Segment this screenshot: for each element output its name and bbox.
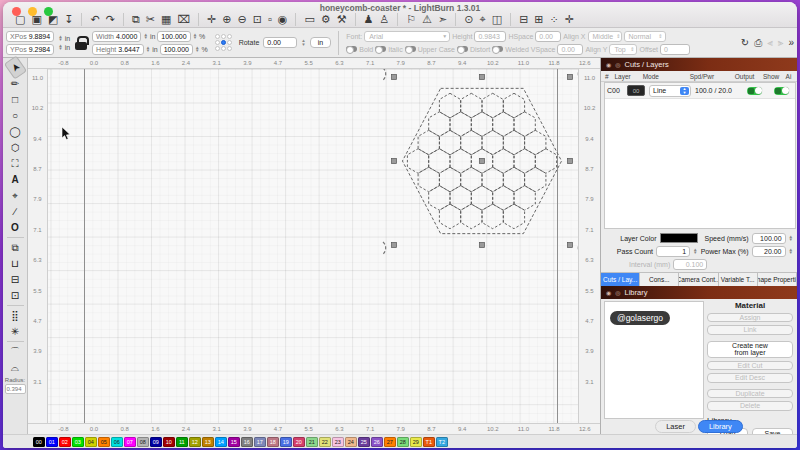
print-icon[interactable]: ⎙ <box>754 37 762 49</box>
tab-laser[interactable]: Laser <box>655 420 696 433</box>
upper-case-toggle[interactable]: Upper Case <box>405 46 455 53</box>
ellipse-tool[interactable]: ○ <box>6 108 25 123</box>
panel-close-icon[interactable]: ◉ <box>606 289 611 296</box>
width-field[interactable]: Width 4.0000 <box>92 31 141 42</box>
palette-swatch-29[interactable]: 29 <box>410 437 422 447</box>
layer-row[interactable]: C00 00 Line ▲▼ 100.0 / 20.0 <box>605 83 795 99</box>
camera-capture-icon[interactable]: ◉ <box>276 12 290 26</box>
library-titlebar[interactable]: ◉ ◎ Library <box>601 286 797 299</box>
palette-swatch-19[interactable]: 19 <box>280 437 292 447</box>
boolean-intersect-tool[interactable]: ⊡ <box>6 288 25 303</box>
font-style-select[interactable]: Normal⇕ <box>624 31 666 42</box>
palette-swatch-27[interactable]: 27 <box>384 437 396 447</box>
bold-toggle[interactable]: Bold <box>346 46 373 53</box>
machine-settings-icon[interactable]: ⚒ <box>335 12 349 26</box>
palette-swatch-20[interactable]: 20 <box>293 437 305 447</box>
align-x-select[interactable]: Middle⇕ <box>588 31 622 42</box>
frame-selection-icon[interactable]: ▫ <box>266 12 274 26</box>
hspace-field[interactable]: 0.00 <box>535 31 561 42</box>
power-max-stepper[interactable]: ▲▼ <box>789 248 793 254</box>
chamfer-tool[interactable]: ⌓ <box>6 360 25 375</box>
tab-cuts-lay[interactable]: Cuts / Lay... <box>601 273 640 286</box>
edit-text-tool[interactable]: A <box>6 172 25 187</box>
palette-swatch-28[interactable]: 28 <box>397 437 409 447</box>
anchor-dot[interactable] <box>221 46 226 51</box>
cuts-layers-titlebar[interactable]: ◉ ◎ Cuts / Layers <box>601 58 797 71</box>
xpos-field[interactable]: XPos 9.8894 <box>6 31 54 42</box>
center-shapes-icon[interactable]: ⁘ <box>548 12 561 26</box>
anchor-dot[interactable] <box>227 34 232 39</box>
palette-swatch-11[interactable]: 11 <box>176 437 188 447</box>
palette-swatch-02[interactable]: 02 <box>59 437 71 447</box>
edit-cut-button[interactable]: Edit Cut <box>707 361 793 371</box>
width-percent-field[interactable]: 100.000 <box>157 31 190 42</box>
sync-library-icon[interactable]: ↻ <box>741 37 749 48</box>
layer-output-toggle[interactable] <box>747 87 762 95</box>
rotate-field[interactable]: 0.00 <box>263 37 297 48</box>
grid-array-tool[interactable]: ⣿ <box>6 308 25 323</box>
boolean-union-tool[interactable]: ⊔ <box>6 256 25 271</box>
rectangle-tool[interactable]: □ <box>6 92 25 107</box>
zoom-out-icon[interactable]: ⊖ <box>235 12 248 26</box>
welded-toggle[interactable]: Welded <box>492 46 529 53</box>
delete-button[interactable]: Delete <box>707 401 793 411</box>
assign-button[interactable]: Assign <box>707 313 793 323</box>
ypos-field[interactable]: YPos 9.2984 <box>6 44 54 55</box>
offset-shapes-tool[interactable]: O <box>6 220 25 235</box>
rotate-stepper[interactable]: ▲▼ <box>301 39 305 45</box>
delete-icon[interactable]: ⌧ <box>175 12 192 26</box>
panel-float-icon[interactable]: ◎ <box>615 289 620 296</box>
layer-show-toggle[interactable] <box>774 87 789 95</box>
library-entry[interactable]: @golasergo <box>610 311 670 325</box>
palette-swatch-00[interactable]: 00 <box>33 437 45 447</box>
palette-swatch-05[interactable]: 05 <box>98 437 110 447</box>
tab-cons[interactable]: Cons... <box>640 273 679 286</box>
palette-swatch-03[interactable]: 03 <box>72 437 84 447</box>
palette-swatch-26[interactable]: 26 <box>371 437 383 447</box>
distort-toggle[interactable]: Distort <box>457 46 490 53</box>
position-laser-tool[interactable]: ⌖ <box>6 188 25 203</box>
link-button[interactable]: Link <box>707 325 793 335</box>
height-stepper[interactable]: ▲▼ <box>146 46 150 52</box>
anchor-dot[interactable] <box>215 40 220 45</box>
height-percent-stepper[interactable]: ▲▼ <box>195 46 199 52</box>
palette-swatch-06[interactable]: 06 <box>111 437 123 447</box>
toolbar-overflow-icon[interactable]: » <box>788 37 794 48</box>
save-file-icon[interactable]: ◩ <box>46 12 60 26</box>
canvas-workspace[interactable] <box>48 69 578 423</box>
start-icon[interactable]: ⚐ <box>404 12 418 26</box>
palette-swatch-14[interactable]: 14 <box>215 437 227 447</box>
move-laser-icon[interactable]: ♟ <box>362 12 376 26</box>
layer-mode-select[interactable]: Line ▲▼ <box>649 85 691 97</box>
boolean-subtract-tool[interactable]: ⊟ <box>6 272 25 287</box>
palette-swatch-24[interactable]: 24 <box>345 437 357 447</box>
power-max-field[interactable]: 20.00 <box>752 246 786 257</box>
redo-icon[interactable]: ↷ <box>104 12 117 26</box>
user-icon[interactable]: ♙ <box>377 12 391 26</box>
measure-tool[interactable]: ∕ <box>6 204 25 219</box>
honeycomb-pattern[interactable] <box>379 69 578 265</box>
send-icon[interactable]: ➣ <box>436 12 449 26</box>
frame-warning-icon[interactable]: ⚠ <box>420 12 434 26</box>
palette-swatch-01[interactable]: 01 <box>46 437 58 447</box>
pass-count-field[interactable]: 1 <box>656 246 690 257</box>
anchor-dot[interactable] <box>227 46 232 51</box>
position-target-icon[interactable]: ⊙ <box>462 12 475 26</box>
palette-swatch-18[interactable]: 18 <box>267 437 279 447</box>
palette-swatch-09[interactable]: 09 <box>150 437 162 447</box>
font-select[interactable]: Arial▼ <box>364 31 450 42</box>
palette-swatch-25[interactable]: 25 <box>358 437 370 447</box>
palette-swatch-23[interactable]: 23 <box>332 437 344 447</box>
anchor-dot[interactable] <box>215 46 220 51</box>
anchor-dot[interactable] <box>221 34 226 39</box>
width-stepper[interactable]: ▲▼ <box>143 33 147 39</box>
units-button[interactable]: in <box>310 37 331 48</box>
interval-field[interactable]: 0.100 <box>673 259 707 270</box>
crosshair-icon[interactable]: ✛ <box>563 12 576 26</box>
push-left-icon[interactable]: ⫷ <box>767 37 773 49</box>
zoom-to-page-icon[interactable]: ⊡ <box>251 12 264 26</box>
lock-aspect-icon[interactable] <box>74 35 88 51</box>
tab-camera-cont[interactable]: Camera Cont... <box>679 273 718 286</box>
height-field[interactable]: Height 3.6447 <box>92 44 144 55</box>
material-library-list[interactable]: @golasergo <box>604 301 704 420</box>
